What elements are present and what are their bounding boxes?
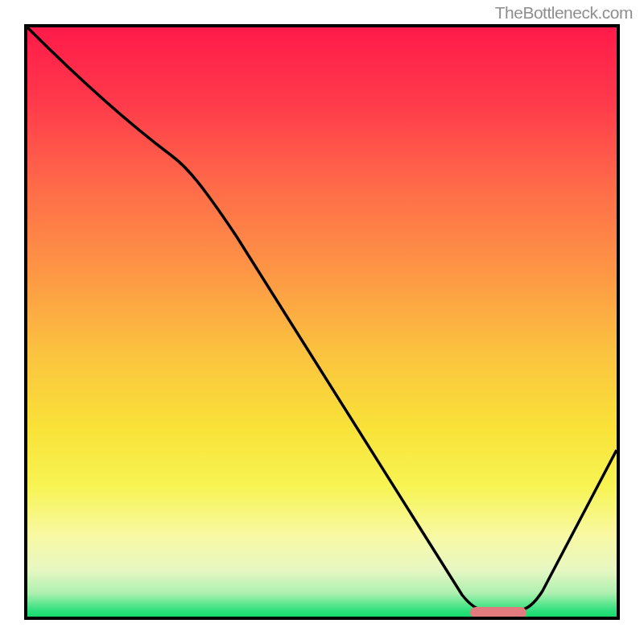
plot-area [24,24,620,620]
watermark-text: TheBottleneck.com [495,3,633,23]
optimal-marker [470,607,526,618]
bottleneck-curve [27,27,617,617]
chart-container: TheBottleneck.com [0,0,644,644]
